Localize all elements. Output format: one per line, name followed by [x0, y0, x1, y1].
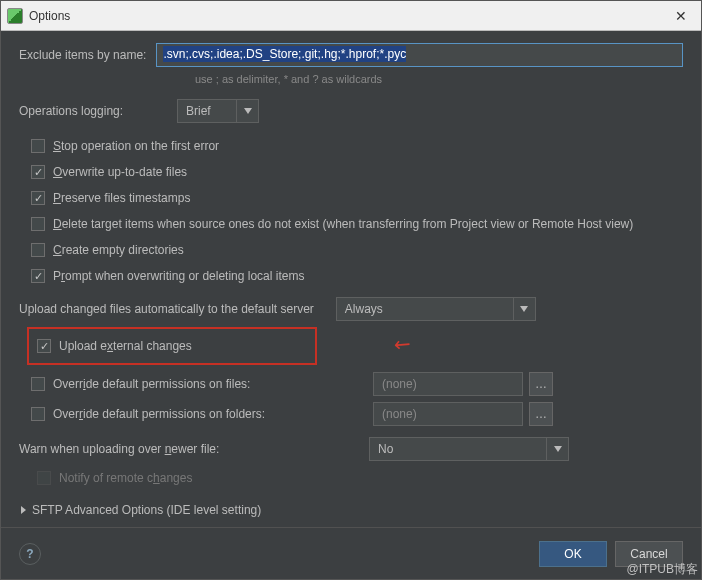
exclude-value: .svn;.cvs;.idea;.DS_Store;.git;.hg;*.hpr… [163, 46, 406, 62]
window-title: Options [29, 9, 667, 23]
help-icon[interactable]: ? [19, 543, 41, 565]
perm-folders-browse-button[interactable]: … [529, 402, 553, 426]
overwrite-checkbox[interactable] [31, 165, 45, 179]
warn-combo[interactable]: No [369, 437, 569, 461]
stop-checkbox[interactable] [31, 139, 45, 153]
logging-combo[interactable]: Brief [177, 99, 259, 123]
perm-files-browse-button[interactable]: … [529, 372, 553, 396]
upload-external-checkbox[interactable] [37, 339, 51, 353]
delete-label: Delete target items when source ones do … [53, 217, 633, 231]
perm-files-checkbox[interactable] [31, 377, 45, 391]
prompt-label: Prompt when overwriting or deleting loca… [53, 269, 304, 283]
create-label: Create empty directories [53, 243, 184, 257]
delete-checkbox[interactable] [31, 217, 45, 231]
overwrite-label: Overwrite up-to-date files [53, 165, 187, 179]
perm-files-label: Override default permissions on files: [53, 377, 363, 391]
upload-auto-label: Upload changed files automatically to th… [19, 302, 314, 316]
chevron-down-icon [546, 438, 568, 460]
sftp-expander[interactable]: SFTP Advanced Options (IDE level setting… [21, 503, 683, 517]
logging-value: Brief [186, 104, 211, 118]
create-checkbox[interactable] [31, 243, 45, 257]
stop-label: Stop operation on the first error [53, 139, 219, 153]
triangle-right-icon [21, 506, 26, 514]
upload-auto-value: Always [345, 302, 383, 316]
highlight-box: Upload external changes [27, 327, 317, 365]
exclude-label: Exclude items by name: [19, 48, 146, 62]
perm-folders-input[interactable]: (none) [373, 402, 523, 426]
exclude-input[interactable]: .svn;.cvs;.idea;.DS_Store;.git;.hg;*.hpr… [156, 43, 683, 67]
perm-folders-checkbox[interactable] [31, 407, 45, 421]
warn-label: Warn when uploading over newer file: [19, 442, 357, 456]
ok-button[interactable]: OK [539, 541, 607, 567]
preserve-checkbox[interactable] [31, 191, 45, 205]
title-bar: Options ✕ [1, 1, 701, 31]
perm-folders-label: Override default permissions on folders: [53, 407, 363, 421]
prompt-checkbox[interactable] [31, 269, 45, 283]
upload-auto-combo[interactable]: Always [336, 297, 536, 321]
chevron-down-icon [236, 100, 258, 122]
warn-value: No [378, 442, 393, 456]
close-icon[interactable]: ✕ [667, 8, 695, 24]
perm-files-input[interactable]: (none) [373, 372, 523, 396]
notify-checkbox [37, 471, 51, 485]
notify-label: Notify of remote changes [59, 471, 192, 485]
exclude-hint: use ; as delimiter, * and ? as wildcards [195, 73, 683, 85]
sftp-expander-label: SFTP Advanced Options (IDE level setting… [32, 503, 261, 517]
chevron-down-icon [513, 298, 535, 320]
app-icon [7, 8, 23, 24]
upload-external-label: Upload external changes [59, 339, 192, 353]
watermark: @ITPUB博客 [626, 561, 698, 578]
logging-label: Operations logging: [19, 104, 177, 118]
preserve-label: Preserve files timestamps [53, 191, 190, 205]
